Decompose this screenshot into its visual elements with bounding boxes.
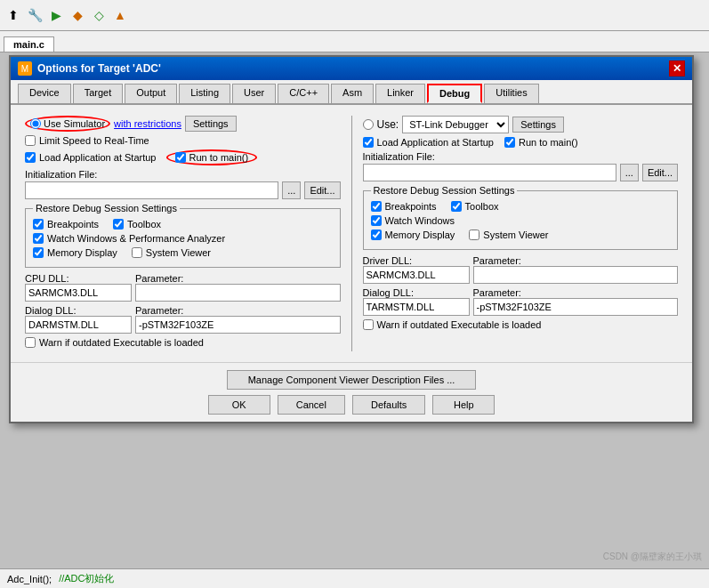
- watch-windows-check-left[interactable]: [33, 233, 44, 244]
- init-edit-btn-right[interactable]: Edit...: [642, 164, 678, 181]
- driver-dll-row: Driver DLL: Parameter:: [363, 255, 679, 284]
- watch-row-left: Watch Windows & Performance Analyzer: [33, 233, 333, 244]
- init-dots-btn-left[interactable]: ...: [282, 181, 301, 199]
- driver-param-input[interactable]: [473, 266, 679, 284]
- watch-row-right: Watch Windows: [371, 215, 671, 226]
- dialog-dll-row-right: Dialog DLL: Parameter:: [363, 287, 679, 316]
- load-app-label: Load Application at Startup: [39, 152, 156, 163]
- ok-button[interactable]: OK: [208, 395, 270, 415]
- memory-display-check-right[interactable]: [371, 230, 382, 240]
- restore-group-right: Restore Debug Session Settings Breakpoin…: [363, 185, 679, 250]
- toolbar: ⬆ 🔧 ▶ ◆ ◇ ▲: [0, 0, 709, 31]
- toolbox-check-right[interactable]: [451, 201, 462, 212]
- cpu-dll-input[interactable]: [25, 284, 132, 302]
- system-viewer-label-right: System Viewer: [483, 230, 548, 240]
- settings-icon[interactable]: 🔧: [25, 5, 44, 25]
- right-column: Use: ST-Link Debugger Settings Load Appl…: [359, 112, 682, 355]
- dialog-param-input-left[interactable]: [135, 316, 341, 334]
- simulator-row: Use Simulator with restrictions Settings: [25, 116, 341, 132]
- init-edit-btn-left[interactable]: Edit...: [304, 181, 340, 199]
- init-file-row-left: ... Edit...: [25, 181, 341, 199]
- tab-cpp[interactable]: C/C++: [278, 84, 329, 103]
- driver-dll-input[interactable]: [363, 266, 470, 284]
- cpu-param-input[interactable]: [135, 284, 341, 302]
- dialog-param-label-right: Parameter:: [473, 287, 679, 298]
- watermark: CSDN @隔壁家的王小琪: [603, 551, 702, 563]
- dialog-dll-input-left[interactable]: [25, 316, 132, 334]
- load-app-check[interactable]: [25, 152, 36, 163]
- warn-label-left: Warn if outdated Executable is loaded: [39, 337, 204, 348]
- breakpoints-toolbox-row-left: Breakpoints Toolbox: [33, 219, 333, 230]
- cpu-param-label: Parameter:: [135, 273, 341, 284]
- toolbox-check-left[interactable]: [113, 219, 124, 230]
- breakpoints-toolbox-row-right: Breakpoints Toolbox: [371, 201, 671, 212]
- diamond-icon[interactable]: ◆: [68, 5, 87, 25]
- column-divider: [351, 116, 352, 351]
- memory-display-label-left: Memory Display: [47, 247, 117, 258]
- dialog-dll-label-right: Dialog DLL:: [363, 287, 434, 298]
- memory-display-check-left[interactable]: [33, 247, 44, 258]
- run-to-main-circle: Run to main(): [166, 149, 257, 165]
- load-app-label-right: Load Application at Startup: [377, 137, 494, 148]
- dialog-param-input-right[interactable]: [473, 298, 679, 316]
- toolbox-label-right: Toolbox: [465, 201, 499, 212]
- tab-user[interactable]: User: [232, 84, 276, 103]
- init-dots-btn-right[interactable]: ...: [620, 164, 639, 181]
- watch-windows-check-right[interactable]: [371, 215, 382, 226]
- manage-btn[interactable]: Manage Component Viewer Description File…: [227, 370, 476, 390]
- tab-device[interactable]: Device: [18, 84, 71, 103]
- use-simulator-label: Use Simulator: [44, 118, 105, 129]
- tab-utilities[interactable]: Utilities: [484, 84, 538, 103]
- dialog-dll-label-left: Dialog DLL:: [25, 305, 96, 316]
- tab-debug[interactable]: Debug: [427, 84, 482, 103]
- limit-speed-label: Limit Speed to Real-Time: [39, 135, 149, 146]
- warn-row-left: Warn if outdated Executable is loaded: [25, 337, 341, 348]
- dialog-bottom: Manage Component Viewer Description File…: [11, 362, 692, 422]
- memory-display-label-right: Memory Display: [385, 230, 455, 240]
- breakpoints-check-right[interactable]: [371, 201, 382, 212]
- dialog: M Options for Target 'ADC' ✕ Device Targ…: [9, 55, 694, 423]
- right-settings-button[interactable]: Settings: [512, 117, 564, 133]
- tab-asm[interactable]: Asm: [331, 84, 374, 103]
- breakpoints-label-left: Breakpoints: [47, 219, 99, 230]
- tab-output[interactable]: Output: [125, 84, 177, 103]
- init-file-input-left[interactable]: [25, 181, 278, 199]
- breakpoints-check-left[interactable]: [33, 219, 44, 230]
- system-viewer-check-right[interactable]: [469, 230, 479, 240]
- tab-linker[interactable]: Linker: [375, 84, 425, 103]
- use-debugger-row: Use: ST-Link Debugger Settings: [363, 116, 679, 133]
- up-icon[interactable]: ⬆: [4, 5, 23, 25]
- tab-listing[interactable]: Listing: [179, 84, 230, 103]
- defaults-button[interactable]: Defaults: [352, 395, 425, 415]
- init-file-label-right: Initialization File:: [363, 151, 679, 162]
- tab-target[interactable]: Target: [73, 84, 124, 103]
- toolbox-label-left: Toolbox: [127, 219, 161, 230]
- triangle-icon[interactable]: ▲: [110, 5, 130, 25]
- debugger-dropdown[interactable]: ST-Link Debugger: [402, 116, 509, 133]
- close-button[interactable]: ✕: [669, 60, 685, 77]
- dialog-titlebar: M Options for Target 'ADC' ✕: [11, 57, 692, 80]
- init-file-input-right[interactable]: [363, 164, 616, 181]
- two-column-layout: Use Simulator with restrictions Settings…: [21, 112, 681, 355]
- load-run-row: Load Application at Startup Run to main(…: [25, 149, 341, 165]
- with-restrictions-link[interactable]: with restrictions: [114, 118, 181, 129]
- load-app-check-right[interactable]: [363, 137, 374, 148]
- warn-check-right[interactable]: [363, 319, 374, 330]
- cpu-dll-row: CPU DLL: Parameter:: [25, 273, 341, 302]
- dialog-param-label-left: Parameter:: [135, 305, 341, 316]
- run-to-main-check[interactable]: [175, 152, 186, 163]
- system-viewer-check-left[interactable]: [132, 247, 142, 258]
- tab-mainc[interactable]: main.c: [4, 36, 54, 52]
- help-button[interactable]: Help: [432, 395, 495, 415]
- left-settings-button[interactable]: Settings: [185, 116, 237, 132]
- use-debugger-radio[interactable]: [363, 119, 374, 130]
- run-icon[interactable]: ▶: [46, 5, 66, 25]
- cancel-button[interactable]: Cancel: [278, 395, 345, 415]
- outline-diamond-icon[interactable]: ◇: [89, 5, 109, 25]
- use-label: Use:: [377, 118, 399, 131]
- dialog-dll-input-right[interactable]: [363, 298, 470, 316]
- run-to-main-check-right[interactable]: [504, 137, 515, 148]
- limit-speed-check[interactable]: [25, 135, 36, 146]
- use-simulator-radio[interactable]: [30, 118, 41, 129]
- warn-check-left[interactable]: [25, 337, 36, 348]
